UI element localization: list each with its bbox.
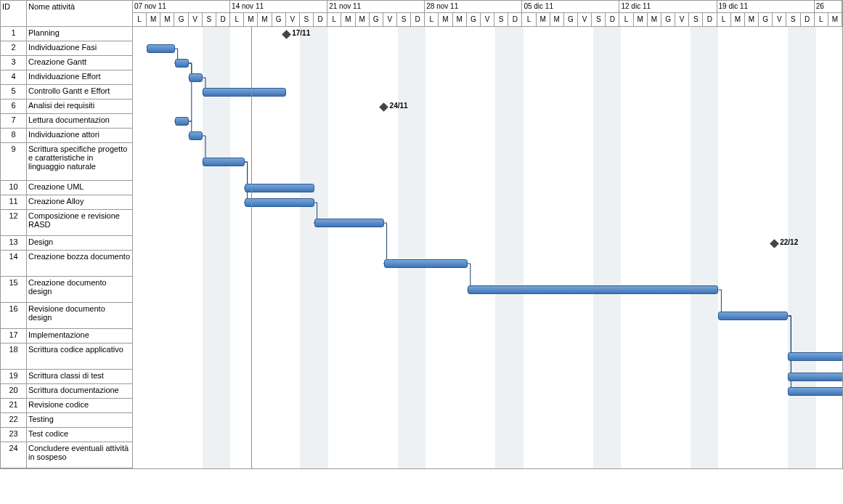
weekend-stripe [398, 27, 412, 468]
day-label: S [786, 13, 800, 26]
task-row[interactable]: 14Creazione bozza documento [1, 251, 132, 277]
task-row[interactable]: 6Analisi dei requisiti [1, 99, 132, 114]
day-label: V [675, 13, 689, 26]
day-label: D [606, 13, 619, 26]
task-name: Design [27, 236, 132, 250]
week-label: 12 dic 11 [619, 1, 717, 12]
day-label: V [773, 13, 786, 26]
day-label: M [160, 13, 174, 26]
task-row[interactable]: 1Planning [1, 27, 132, 41]
task-id: 10 [1, 181, 27, 195]
day-label: M [634, 13, 648, 26]
today-line [251, 27, 252, 468]
task-id: 15 [1, 277, 27, 302]
header-id: ID [1, 1, 27, 26]
day-label: V [189, 13, 203, 26]
day-label: M [258, 13, 272, 26]
task-name: Creazione documento design [27, 277, 132, 302]
header-name: Nome attività [27, 1, 132, 26]
day-label: M [244, 13, 258, 26]
task-id: 12 [1, 210, 27, 235]
task-list-pane: ID Nome attività 1Planning2Individuazion… [1, 1, 133, 468]
day-label: V [481, 13, 494, 26]
task-id: 18 [1, 344, 27, 369]
week-label: 14 nov 11 [230, 1, 327, 12]
task-row[interactable]: 3Creazione Gantt [1, 56, 132, 70]
day-label: S [397, 13, 411, 26]
day-label: D [801, 13, 815, 26]
gantt-chart: ID Nome attività 1Planning2Individuazion… [0, 0, 843, 469]
day-label: M [537, 13, 550, 26]
day-label: M [828, 13, 842, 26]
task-name: Analisi dei requisiti [27, 99, 132, 113]
task-row[interactable]: 13Design [1, 236, 132, 251]
task-row[interactable]: 22Testing [1, 413, 132, 428]
gantt-bar[interactable] [245, 184, 314, 192]
gantt-bar[interactable] [314, 219, 384, 227]
day-label: G [467, 13, 481, 26]
day-label: G [564, 13, 578, 26]
task-name: Composizione e revisione RASD [27, 210, 132, 235]
task-id: 5 [1, 85, 27, 99]
gantt-bar[interactable] [718, 312, 788, 320]
gantt-bar[interactable] [468, 285, 719, 294]
gantt-bar[interactable] [203, 158, 245, 166]
gantt-bar[interactable] [788, 373, 842, 381]
milestone-icon [770, 239, 779, 248]
day-label: S [592, 13, 606, 26]
gantt-bar[interactable] [384, 259, 468, 268]
weekend-stripe [691, 27, 704, 468]
task-row[interactable]: 2Individuazione Fasi [1, 41, 132, 56]
task-name: Controllo Gantt e Effort [27, 85, 132, 99]
task-id: 8 [1, 129, 27, 142]
gantt-bar[interactable] [189, 131, 203, 140]
task-list: 1Planning2Individuazione Fasi3Creazione … [1, 27, 132, 468]
week-label: 26 [815, 1, 842, 12]
gantt-bar[interactable] [203, 88, 286, 97]
day-label: D [411, 13, 425, 26]
gantt-bar[interactable] [147, 44, 174, 53]
gantt-bar[interactable] [245, 198, 314, 207]
day-label: M [341, 13, 355, 26]
task-row[interactable]: 17Implementazione [1, 329, 132, 344]
task-id: 14 [1, 251, 27, 276]
milestone-icon [282, 30, 291, 39]
task-row[interactable]: 10Creazione UML [1, 181, 132, 195]
task-row[interactable]: 9Scrittura specifiche progetto e caratte… [1, 143, 132, 181]
day-label: M [147, 13, 160, 26]
task-id: 3 [1, 56, 27, 70]
task-row[interactable]: 23Test codice [1, 428, 132, 442]
task-name: Individuazione Effort [27, 70, 132, 84]
gantt-bar[interactable] [175, 59, 189, 68]
day-label: G [174, 13, 188, 26]
task-row[interactable]: 12Composizione e revisione RASD [1, 210, 132, 236]
day-label: V [286, 13, 300, 26]
gantt-bar[interactable] [175, 117, 189, 126]
task-row[interactable]: 19Scrittura classi di test [1, 370, 132, 384]
gantt-bar[interactable] [189, 73, 203, 82]
task-row[interactable]: 8Individuazione attori [1, 129, 132, 143]
task-row[interactable]: 16Revisione documento design [1, 303, 132, 329]
task-name: Creazione bozza documento [27, 251, 132, 276]
day-label: M [453, 13, 467, 26]
task-name: Implementazione [27, 329, 132, 343]
chart-body: 17/1124/1122/12 [133, 27, 842, 468]
day-row: LMMGVSDLMMGVSDLMMGVSDLMMGVSDLMMGVSDLMMGV… [133, 13, 842, 26]
task-row[interactable]: 24Concludere eventuali attività in sospe… [1, 442, 132, 468]
gantt-bar[interactable] [788, 387, 842, 396]
task-name: Testing [27, 413, 132, 427]
task-name: Scrittura documentazione [27, 384, 132, 398]
day-label: S [203, 13, 216, 26]
task-row[interactable]: 5Controllo Gantt e Effort [1, 85, 132, 99]
task-row[interactable]: 21Revisione codice [1, 399, 132, 413]
task-row[interactable]: 7Lettura documentazion [1, 114, 132, 129]
task-row[interactable]: 20Scrittura documentazione [1, 384, 132, 399]
task-row[interactable]: 4Individuazione Effort [1, 70, 132, 85]
task-row[interactable]: 15Creazione documento design [1, 277, 132, 303]
weekend-stripe [495, 27, 509, 468]
task-row[interactable]: 11Creazione Alloy [1, 195, 132, 210]
milestone-icon [379, 102, 388, 112]
gantt-bar[interactable] [788, 352, 842, 361]
day-label: D [314, 13, 327, 26]
task-row[interactable]: 18Scrittura codice applicativo [1, 344, 132, 370]
